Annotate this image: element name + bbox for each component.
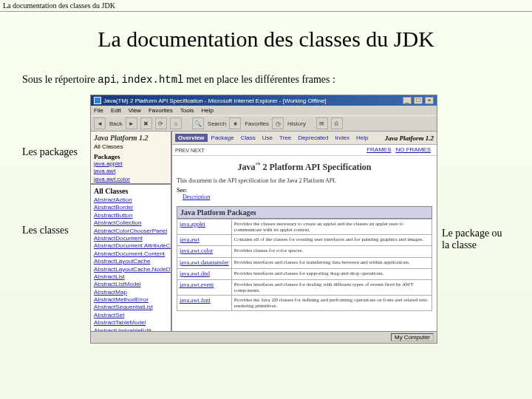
- menubar: File Edit View Favorites Tools Help: [91, 106, 437, 115]
- class-link[interactable]: AbstractDocument: [94, 235, 168, 242]
- close-button[interactable]: ×: [425, 97, 434, 104]
- table-row: java.awt.fontProvides the Java 2D classe…: [177, 296, 432, 311]
- stop-button[interactable]: ✖: [140, 117, 152, 129]
- packages-frame: Java Platform 1.2 All Classes Packages j…: [91, 132, 171, 185]
- description-link[interactable]: Description: [183, 194, 210, 200]
- pkgframe-all[interactable]: All Classes: [94, 143, 168, 150]
- pkg-row-link[interactable]: java.awt.color: [180, 248, 213, 254]
- back-button[interactable]: ◄: [94, 117, 106, 129]
- home-button[interactable]: ⌂: [170, 117, 182, 129]
- pkg-link[interactable]: java.awt: [94, 168, 168, 175]
- pkg-row-desc: Provides the Java 2D classes for definin…: [231, 296, 432, 311]
- class-link[interactable]: AbstractMethodError: [94, 296, 168, 304]
- api-desc: This document is the API specification f…: [177, 177, 432, 184]
- pkg-table: java.appletProvides the classes necessar…: [177, 219, 432, 312]
- api-title-pre: Java: [238, 162, 256, 172]
- print-button[interactable]: ⎙: [331, 117, 343, 129]
- toolbar: ◄ Back ► ✖ ⟳ ⌂ 🔍 Search ★ Favorites ◷ Hi…: [91, 115, 437, 132]
- nav-package[interactable]: Package: [208, 134, 237, 142]
- menu-favorites[interactable]: Favorites: [149, 107, 173, 114]
- class-link[interactable]: AbstractCollection: [94, 219, 168, 227]
- history-label: History: [287, 120, 306, 127]
- back-label: Back: [109, 120, 123, 127]
- class-link[interactable]: AbstractUndoableEdit: [94, 327, 168, 331]
- nav-deprecated[interactable]: Deprecated: [295, 134, 331, 142]
- intro-post: met en place les différentes frames :: [183, 74, 335, 85]
- pkg-row-link[interactable]: java.awt.dnd: [180, 270, 210, 277]
- class-link[interactable]: AbstractListModel: [94, 281, 168, 288]
- class-link[interactable]: AbstractMap: [94, 289, 168, 296]
- menu-tools[interactable]: Tools: [180, 107, 194, 114]
- browser-window: Java(TM) 2 Platform API Specification - …: [90, 95, 437, 344]
- menu-view[interactable]: View: [129, 107, 141, 114]
- javadoc-navbar: Overview Package Class Use Tree Deprecat…: [172, 132, 437, 145]
- pkg-row-link[interactable]: java.awt: [180, 236, 200, 243]
- pkg-link[interactable]: java.applet: [94, 160, 168, 168]
- class-link[interactable]: AbstractAction: [94, 197, 168, 204]
- titlebar: Java(TM) 2 Platform API Specification - …: [91, 95, 437, 106]
- pkg-row-desc: Contains all of the classes for creating…: [231, 234, 432, 245]
- menu-help[interactable]: Help: [201, 107, 213, 114]
- tm-icon: ™: [256, 162, 261, 168]
- label-right: Le package ou la classe: [442, 95, 508, 251]
- nav-use[interactable]: Use: [259, 134, 276, 142]
- class-link[interactable]: AbstractDocument.AttributeContext: [94, 242, 168, 250]
- search-button[interactable]: 🔍: [192, 117, 204, 129]
- pkg-row-link[interactable]: java.awt.datatransfer: [180, 259, 229, 266]
- menu-file[interactable]: File: [94, 107, 103, 114]
- class-link[interactable]: AbstractButton: [94, 212, 168, 219]
- class-link[interactable]: AbstractList: [94, 273, 168, 281]
- slide-title: La documentation des classes du JDK: [0, 27, 532, 52]
- menu-edit[interactable]: Edit: [111, 107, 121, 114]
- history-button[interactable]: ◷: [272, 117, 284, 129]
- pkg-link[interactable]: java.awt.color: [94, 176, 168, 183]
- statusbar: My Computer: [91, 331, 437, 343]
- favorites-button[interactable]: ★: [229, 117, 241, 129]
- mail-button[interactable]: ✉: [316, 117, 328, 129]
- nav-class[interactable]: Class: [238, 134, 259, 142]
- maximize-button[interactable]: □: [414, 97, 423, 104]
- pkg-table-title: Java Platform Packages: [177, 206, 432, 219]
- favorites-label: Favorites: [245, 120, 269, 127]
- forward-button[interactable]: ►: [126, 117, 137, 129]
- pkgframe-heading: Packages: [94, 153, 168, 160]
- nav-overview[interactable]: Overview: [175, 134, 208, 142]
- nav-help[interactable]: Help: [353, 134, 371, 142]
- pkg-row-desc: Provides classes for color spaces.: [231, 246, 432, 257]
- pkg-row-link[interactable]: java.applet: [180, 221, 205, 228]
- table-row: java.appletProvides the classes necessar…: [177, 219, 432, 234]
- status-zone: My Computer: [391, 333, 434, 341]
- prev-next: PREV NEXT: [175, 148, 205, 153]
- class-link[interactable]: AbstractTableModel: [94, 319, 168, 327]
- javadoc-brand: Java Platform 1.2: [385, 134, 434, 142]
- minimize-button[interactable]: _: [403, 97, 412, 104]
- nav-index[interactable]: Index: [332, 134, 352, 142]
- pkg-row-link[interactable]: java.awt.font: [180, 297, 211, 304]
- class-link[interactable]: AbstractBorder: [94, 204, 168, 211]
- nav-tree[interactable]: Tree: [276, 134, 294, 142]
- class-link[interactable]: AbstractLayoutCache: [94, 258, 168, 265]
- class-link[interactable]: AbstractSet: [94, 312, 168, 319]
- search-label: Search: [208, 120, 226, 127]
- table-row: java.awt.eventProvides interfaces and cl…: [177, 280, 432, 296]
- frames: Java Platform 1.2 All Classes Packages j…: [91, 132, 437, 331]
- pkg-row-link[interactable]: java.awt.event: [180, 282, 214, 288]
- table-row: java.awtContains all of the classes for …: [177, 234, 432, 245]
- intro-text: Sous le répertoire api, index.html met e…: [22, 74, 510, 86]
- class-link[interactable]: AbstractLayoutCache.NodeDimensions: [94, 266, 168, 273]
- class-link[interactable]: AbstractColorChooserPanel: [94, 228, 168, 235]
- left-labels: Les packages Les classes: [22, 95, 86, 236]
- slide-header: La documentation des classes du JDK: [0, 0, 532, 12]
- pkg-row-desc: Provides interfaces and classes for supp…: [231, 268, 432, 279]
- table-row: java.awt.dndProvides interfaces and clas…: [177, 268, 432, 279]
- noframes-link[interactable]: NO FRAMES: [395, 146, 431, 153]
- pkg-row-desc: Provides the classes necessary to create…: [231, 219, 432, 234]
- api-title-post: 2 Platform API Specification: [261, 162, 372, 172]
- label-classes: Les classes: [22, 225, 86, 236]
- table-row: java.awt.datatransferProvides interfaces…: [177, 257, 432, 268]
- class-link[interactable]: AbstractSequentialList: [94, 304, 168, 311]
- frames-link[interactable]: FRAMES: [366, 146, 391, 153]
- refresh-button[interactable]: ⟳: [155, 117, 167, 129]
- class-link[interactable]: AbstractDocument.Content: [94, 250, 168, 258]
- classes-frame: All Classes AbstractActionAbstractBorder…: [91, 185, 171, 331]
